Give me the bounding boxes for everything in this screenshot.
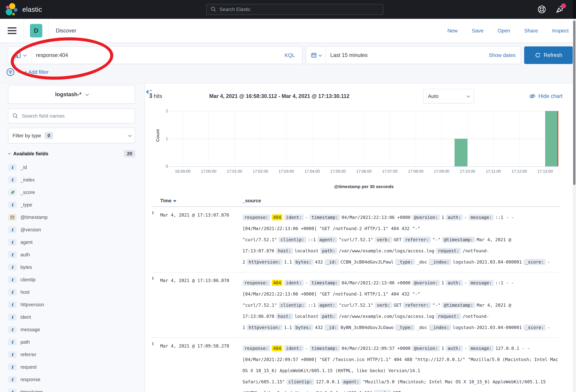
field-search-placeholder: Search field names (22, 113, 65, 119)
filter-sets-icon[interactable] (6, 68, 15, 76)
elastic-logo[interactable]: elastic (5, 3, 42, 16)
field-item-response[interactable]: tresponse (8, 373, 135, 386)
field-value: 127.0.0.1 - - [04/Mar/2021:22:09:57 +000… (242, 346, 558, 384)
field-item-_score[interactable]: #_score (8, 186, 135, 198)
add-filter-button[interactable]: + Add filter (24, 69, 49, 75)
available-fields-header[interactable]: Available fields 20 (8, 150, 135, 157)
quick-select-button[interactable] (306, 47, 326, 64)
field-label: clientip: (279, 237, 306, 243)
expand-row-icon[interactable] (153, 211, 153, 214)
global-search-input[interactable]: Search Elastic (206, 4, 383, 15)
toolbar-action-inspect[interactable]: Inspect (552, 28, 569, 34)
index-pattern-select[interactable]: logstash-* (8, 85, 135, 104)
collapse-sidebar-icon[interactable] (145, 88, 153, 96)
field-label: referrer: (403, 237, 431, 243)
field-label: agent: (317, 302, 337, 308)
query-language-button[interactable]: KQL (277, 52, 302, 58)
field-item-@version[interactable]: t@version (8, 224, 135, 236)
histogram-bar[interactable] (545, 111, 558, 166)
field-item-ident[interactable]: tident (8, 311, 135, 323)
field-item-clientip[interactable]: tclientip (8, 273, 135, 286)
time-column-header[interactable]: Time (160, 198, 242, 203)
source-column-header: _source (242, 198, 560, 203)
field-label: timestamp: (310, 214, 340, 220)
query-input-box[interactable]: response:404 KQL (8, 46, 303, 64)
field-value: - (464, 280, 467, 285)
table-row: Mar 4, 2021 @ 17:09:58.278response:404id… (151, 338, 560, 392)
space-avatar[interactable]: D (30, 24, 42, 37)
field-item-_id[interactable]: t_id (8, 161, 135, 173)
field-label: clientip: (279, 302, 306, 308)
field-value: "curl/7.52.1" (339, 237, 373, 242)
field-item-_type[interactable]: t_type (8, 198, 135, 211)
field-item-timestamp[interactable]: ttimestamp (8, 386, 135, 392)
show-dates-button[interactable]: Show dates (489, 52, 521, 58)
field-item-referrer[interactable]: treferrer (8, 348, 135, 361)
field-label: auth: (446, 345, 463, 351)
field-label: bytes: (294, 259, 313, 265)
chart-xlabels: 16:59:0017:00:0017:01:0017:02:0017:03:00… (170, 169, 558, 178)
field-item-message[interactable]: tmessage (8, 323, 135, 336)
menu-icon[interactable] (8, 27, 16, 34)
field-search-input[interactable]: Search field names (8, 108, 135, 123)
toolbar-action-share[interactable]: Share (524, 28, 538, 34)
field-value: "curl/7.52.1" (339, 303, 373, 308)
toolbar-action-open[interactable]: Open (498, 28, 510, 34)
time-range-value[interactable]: Last 15 minutes (326, 52, 489, 58)
toolbar-action-new[interactable]: New (447, 28, 458, 34)
filter-by-type-label: Filter by type (12, 133, 41, 139)
string-field-icon: t (8, 301, 17, 308)
field-name: referrer (20, 352, 36, 357)
string-field-icon: t (8, 351, 17, 358)
field-item-agent[interactable]: tagent (8, 236, 135, 249)
histogram-bar[interactable] (455, 139, 467, 167)
field-item-httpversion[interactable]: thttpversion (8, 298, 135, 311)
field-value: - (305, 346, 308, 351)
field-value: logstash-2021.03.04-000001 (453, 259, 522, 265)
interval-select[interactable]: Auto (423, 89, 474, 103)
field-label: verb: (375, 237, 392, 243)
field-name: auth (20, 252, 30, 257)
field-name: agent (20, 239, 33, 245)
doc-table: Time _source Mar 4, 2021 @ 17:13:07.876r… (151, 198, 560, 392)
toolbar-action-save[interactable]: Save (472, 28, 484, 34)
date-picker[interactable]: Last 15 minutes Show dates (306, 46, 521, 64)
field-label: agent: (341, 379, 361, 385)
refresh-button[interactable]: Refresh (524, 46, 573, 64)
query-band: response:404 KQL Last 15 minutes Show da… (0, 43, 576, 84)
field-label: _type: (395, 324, 415, 331)
field-item-auth[interactable]: tauth (8, 249, 135, 261)
field-item-request[interactable]: trequest (8, 361, 135, 373)
filter-by-type-select[interactable]: Filter by type 0 (8, 128, 135, 143)
field-name: response (20, 377, 40, 382)
field-label: path: (320, 313, 337, 319)
newsfeed-icon[interactable] (555, 5, 564, 14)
field-value: logstash-2021.03.04-000001 (453, 325, 522, 330)
field-item-bytes[interactable]: tbytes (8, 261, 135, 273)
field-item-@timestamp[interactable]: @timestamp (8, 211, 135, 224)
field-value: _doc (416, 259, 427, 265)
query-input[interactable]: response:404 (32, 52, 277, 58)
field-item-host[interactable]: thost (8, 286, 135, 298)
field-value: "-" (432, 303, 440, 308)
field-value: 1 (441, 346, 444, 351)
expand-row-icon[interactable] (153, 277, 153, 280)
field-name: message (20, 327, 40, 332)
scrollbar-thumb[interactable] (573, 21, 576, 185)
help-icon[interactable] (538, 5, 546, 14)
hide-chart-button[interactable]: Hide chart (529, 93, 562, 100)
field-label: timestamp: (310, 280, 340, 286)
field-value: 127.0.0.1 (316, 379, 340, 384)
field-value: 04/Mar/2021:22:09:57 +0000 (342, 346, 411, 351)
field-item-_index[interactable]: t_index (8, 173, 135, 186)
field-item-path[interactable]: tpath (8, 336, 135, 348)
string-field-icon: t (8, 339, 17, 345)
x-tick-label: 17:08:00 (408, 169, 423, 174)
expand-row-icon[interactable] (153, 342, 153, 345)
field-value: - (464, 346, 467, 351)
chevron-down-icon (128, 133, 132, 137)
page-scrollbar[interactable] (573, 0, 576, 392)
saved-query-menu-button[interactable] (8, 47, 32, 64)
field-label: host: (276, 313, 293, 319)
field-name: _index (20, 177, 35, 183)
